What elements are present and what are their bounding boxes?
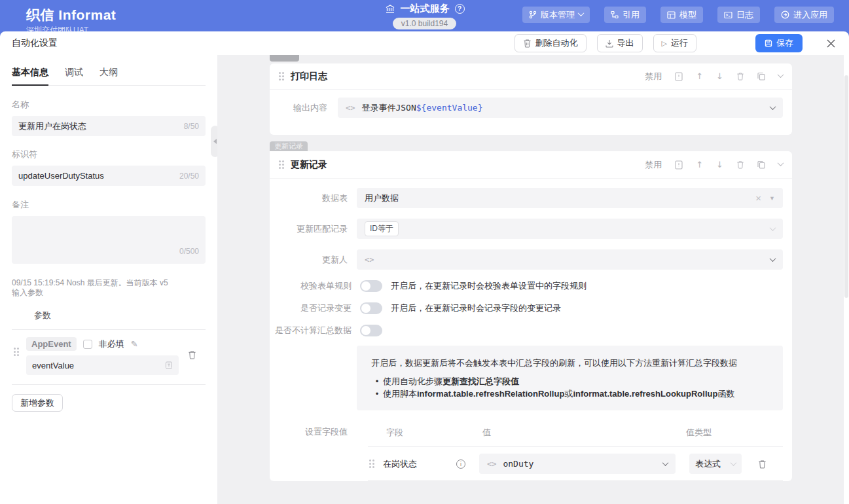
step-card-update-record: 更新记录 禁用 ↑ ↓ [270,151,792,481]
info-icon[interactable]: i [456,459,465,469]
record-changes-toggle[interactable] [360,302,382,314]
code-icon: <> [487,459,496,469]
disable-step-button[interactable]: 禁用 [645,159,662,171]
branch-icon [529,10,537,19]
rollup-info-box: 开启后，数据更新后将不会触发本表中汇总字段的刷新，可以使用以下方法重新计算汇总字… [357,346,783,410]
drag-handle-icon[interactable] [279,160,284,169]
help-icon[interactable]: ? [455,4,465,14]
move-up-icon[interactable]: ↑ [696,160,703,169]
note-textarea[interactable]: 0/500 [12,216,206,264]
run-button[interactable]: ▷ 运行 [653,34,696,52]
column-field: 字段 [386,427,482,439]
move-up-icon[interactable]: ↑ [696,72,703,81]
scrollbar-thumb[interactable] [844,75,848,298]
drag-handle-icon[interactable] [279,72,284,81]
trash-icon [523,39,532,48]
step-title: 打印日志 [291,71,327,82]
export-button[interactable]: 导出 [597,34,643,52]
export-label: 导出 [617,37,634,49]
edit-icon[interactable]: ✎ [131,339,138,349]
version-management-button[interactable]: 版本管理 [522,7,590,23]
drag-handle-icon[interactable] [14,348,19,356]
record-changes-label: 是否记录变更 [279,302,352,314]
copy-step-icon[interactable] [757,160,765,169]
field-value-row: 在岗状态 i <> onDuty [368,447,783,481]
run-label: 运行 [671,37,688,49]
collapse-step-icon[interactable] [778,160,784,166]
clipped-step-tag [270,55,299,62]
delete-automation-button[interactable]: 删除自动化 [515,34,587,52]
enter-app-button[interactable]: 进入应用 [774,7,834,23]
save-button[interactable]: 保存 [755,34,803,52]
step-detail-icon[interactable] [675,72,683,81]
validate-form-rules-toggle[interactable] [360,280,382,292]
page-title: 自动化设置 [12,37,58,49]
main-scrollbar [844,55,849,504]
param-name-input[interactable]: eventValue [26,355,179,375]
delete-step-icon[interactable] [736,72,744,81]
log-button[interactable]: 日志 [717,7,760,23]
set-field-values-label: 设置字段值 [279,426,348,481]
drag-handle-icon[interactable] [369,459,374,468]
chevron-down-icon [770,225,776,231]
caret-down-icon: ▼ [769,195,775,202]
bullet-icon: • [371,387,383,400]
params-title: 参数 [34,310,206,321]
step-detail-icon[interactable] [675,160,683,170]
collapse-step-icon[interactable] [778,71,784,78]
chevron-down-icon [662,459,669,466]
output-content-input[interactable]: <> 登录事件JSON${eventValue} [338,98,783,118]
identifier-input[interactable]: updateUserDutyStatus 20/50 [12,166,206,186]
chevron-down-icon [731,459,737,466]
model-label: 模型 [679,9,696,21]
skip-rollup-toggle[interactable] [360,325,382,336]
top-actions: 版本管理 引用 模型 日志 进入应用 [522,7,834,23]
copy-step-icon[interactable] [757,72,765,81]
clear-icon[interactable]: × [755,192,761,204]
delete-step-icon[interactable] [736,160,744,169]
match-record-select[interactable]: ID等于 [357,219,783,239]
model-button[interactable]: 模型 [660,7,703,23]
enter-app-icon [781,10,789,19]
data-table-select[interactable]: 用户数据 × ▼ [357,188,783,208]
output-content-expression: ${eventValue} [416,103,483,113]
text-type-icon [165,361,173,369]
tab-basic-info[interactable]: 基本信息 [12,67,48,86]
collapse-arrow-icon [213,139,217,144]
disable-step-button[interactable]: 禁用 [645,71,662,82]
tab-debug[interactable]: 调试 [65,67,83,85]
reference-button[interactable]: 引用 [604,7,646,23]
delete-field-row-icon[interactable] [758,459,767,469]
updater-select[interactable]: <> [357,249,783,270]
add-param-button[interactable]: 新增参数 [12,394,63,412]
code-icon: <> [365,255,374,264]
model-icon [667,11,676,19]
move-down-icon[interactable]: ↓ [716,160,723,169]
param-type-tag: AppEvent [26,337,77,351]
output-content-label: 输出内容 [279,102,327,114]
field-value-select[interactable]: <> onDuty [479,454,676,474]
reference-icon [611,10,619,19]
field-name: 在岗状态 [383,458,417,470]
param-name-value: eventValue [32,361,165,370]
move-down-icon[interactable]: ↓ [716,72,723,81]
name-input[interactable]: 更新用户在岗状态 8/50 [12,116,206,136]
rollup-info-text: 开启后，数据更新后将不会触发本表中汇总字段的刷新，可以使用以下方法重新计算汇总字… [371,357,768,369]
optional-checkbox[interactable] [83,340,92,349]
data-table-value: 用户数据 [365,192,399,204]
log-label: 日志 [736,9,753,21]
close-icon[interactable] [826,39,836,48]
match-record-label: 更新匹配记录 [279,223,348,235]
validate-form-rules-desc: 开启后，在更新记录时会校验表单设置中的字段规则 [391,280,587,292]
value-type-select[interactable]: 表达式 [689,454,742,474]
chevron-down-icon [770,103,776,110]
sidebar: 基本信息 调试 大纲 名称 更新用户在岗状态 8/50 标识符 updateUs… [0,55,217,504]
version-management-label: 版本管理 [541,9,575,21]
identifier-label: 标识符 [12,149,206,160]
optional-label: 非必填 [99,338,124,350]
app-header-center: 一站式服务 ? v1.0 build194 [385,3,465,29]
save-icon [765,39,772,47]
delete-param-icon[interactable] [188,350,196,359]
tab-outline[interactable]: 大纲 [99,67,118,85]
name-counter: 8/50 [184,122,199,131]
